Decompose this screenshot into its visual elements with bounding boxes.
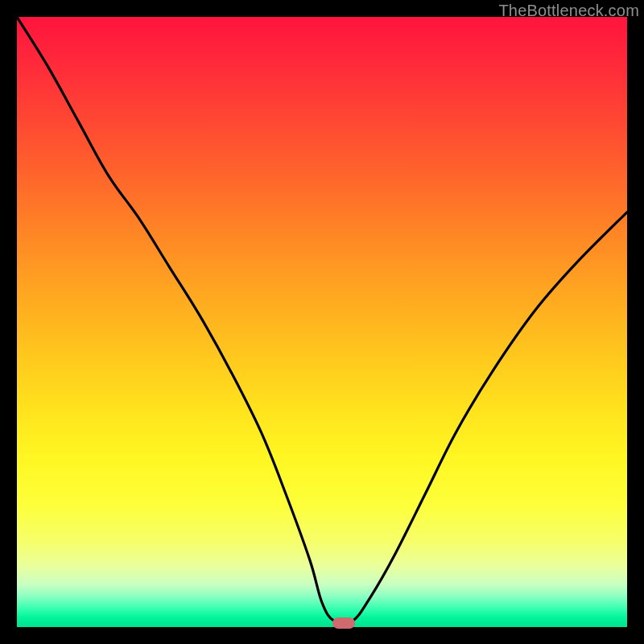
watermark-text: TheBottleneck.com xyxy=(498,2,639,20)
chart-frame: TheBottleneck.com xyxy=(0,0,644,644)
bottleneck-curve xyxy=(17,17,627,627)
plot-area xyxy=(17,17,627,627)
minimum-marker xyxy=(332,617,355,629)
